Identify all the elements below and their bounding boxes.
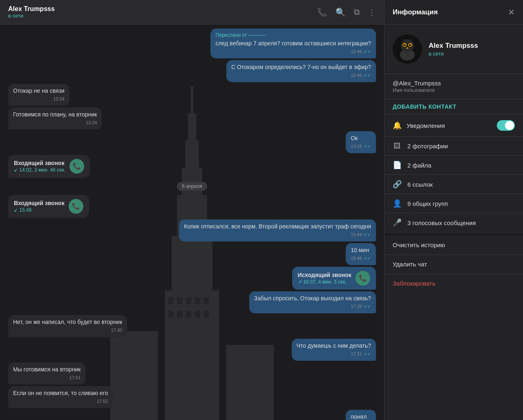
chat-panel: Alex Trumpsss в сети 📞 🔍 ⧉ ⋮ — [0, 0, 384, 420]
chat-header-info: Alex Trumpsss в сети — [8, 5, 55, 19]
close-button[interactable]: ✕ — [508, 7, 515, 17]
section-divider — [384, 232, 523, 236]
search-icon[interactable]: 🔍 — [335, 7, 346, 17]
info-panel-header: Информация ✕ — [384, 0, 523, 25]
delete-chat-row[interactable]: Удалить чат — [384, 255, 523, 274]
tick-icon: ✓✓ — [364, 49, 371, 55]
message-text: Если он не появится, то сливаю его — [13, 389, 108, 398]
chat-name: Alex Trumpsss — [8, 5, 55, 13]
bell-icon: 🔔 — [393, 121, 402, 130]
message-text: понял — [351, 413, 371, 420]
call-bubble: Входящий звонок ↙ 15:46 📞 — [8, 195, 89, 218]
message-meta: 12:46 ✓✓ — [215, 49, 371, 55]
message-text: Что думаешь с ним делать? — [297, 342, 371, 350]
links-row[interactable]: 🔗 6 ссылок — [384, 175, 523, 194]
message-bubble: понял 17:56 ✓✓ — [346, 410, 376, 420]
file-icon: 📄 — [393, 161, 402, 170]
forwarded-label: Переслано от ───── — [215, 32, 371, 39]
username-value: @Alex_Trumpsss — [393, 80, 515, 87]
groups-row[interactable]: 👤 9 общих групп — [384, 194, 523, 213]
tick-icon: ✓✓ — [364, 255, 371, 261]
message-time: 17:51 — [69, 375, 81, 381]
notifications-left: 🔔 Уведомления — [393, 121, 445, 130]
message-meta: 17:51 — [13, 375, 80, 381]
message-time: 13:24 — [86, 120, 97, 126]
table-row: Копик отписался, все норм. Второй реклам… — [8, 219, 376, 241]
table-row: Переслано от ───── след вебинар 7 апреля… — [8, 29, 376, 58]
call-detail: ↗ 16:37, 4 мин. 3 сек. — [298, 279, 351, 285]
table-row: С Отокаром определились? 7-но он выйдет … — [8, 60, 376, 82]
table-row: Если он не появится, то сливаю его 17:52 — [8, 386, 376, 408]
message-bubble: Копик отписался, все норм. Второй реклам… — [179, 219, 376, 241]
date-divider: 6 апреля — [8, 182, 376, 191]
table-row: Исходящий звонок ↗ 16:37, 4 мин. 3 сек. … — [8, 267, 376, 290]
tick-icon: ✓✓ — [364, 72, 371, 78]
message-time: 13:24 — [53, 96, 65, 102]
call-info: Входящий звонок ↙ 14:02, 3 мин. 46 сек. — [14, 160, 65, 173]
message-text: Нет, он же написал, что будет во вторник — [13, 318, 122, 326]
message-meta: 17:20 ✓✓ — [254, 304, 371, 310]
chat-header: Alex Trumpsss в сети 📞 🔍 ⧉ ⋮ — [0, 0, 384, 25]
avatar — [393, 34, 422, 64]
message-meta: 15:44 ✓✓ — [184, 232, 371, 238]
notifications-row: 🔔 Уведомления — [384, 114, 523, 137]
photos-row[interactable]: 🖼 2 фотографии — [384, 137, 523, 156]
photo-icon: 🖼 — [393, 142, 402, 150]
layout-icon[interactable]: ⧉ — [354, 7, 360, 17]
link-icon: 🔗 — [393, 180, 402, 189]
call-detail: ↙ 14:02, 3 мин. 46 сек. — [14, 167, 65, 173]
message-meta: 17:52 — [13, 398, 108, 404]
message-time: 15:46 — [351, 255, 362, 261]
message-bubble: Готовимся по плану, на вторник 13:24 — [8, 107, 102, 130]
message-time: 17:31 — [351, 351, 362, 357]
message-bubble: Что думаешь с ним делать? 17:31 ✓✓ — [292, 339, 376, 361]
table-row: Готовимся по плану, на вторник 13:24 — [8, 107, 376, 130]
profile-section: Alex Trumpsss в сети — [384, 25, 523, 74]
call-bubble: Исходящий звонок ↗ 16:37, 4 мин. 3 сек. … — [292, 267, 376, 290]
more-icon[interactable]: ⋮ — [368, 7, 376, 17]
block-row[interactable]: Заблокировать — [384, 274, 523, 293]
message-text: Мы готовимся на вторник — [13, 366, 80, 374]
profile-info: Alex Trumpsss в сети — [429, 42, 478, 57]
call-info: Входящий звонок ↙ 15:46 — [14, 200, 65, 213]
profile-status: в сети — [429, 51, 478, 57]
message-time: 15:44 — [351, 232, 362, 238]
message-meta: 15:46 ✓✓ — [351, 255, 371, 261]
message-bubble: Переслано от ───── след вебинар 7 апреля… — [210, 29, 376, 58]
message-text: 10 мин — [351, 246, 371, 255]
notifications-toggle[interactable] — [497, 120, 515, 131]
message-text: след вебинар 7 апреля? готовим оставшиес… — [215, 40, 371, 48]
call-title: Входящий звонок — [14, 200, 65, 206]
photos-label: 2 фотографии — [407, 143, 448, 150]
messages-content: Переслано от ───── след вебинар 7 апреля… — [8, 29, 376, 420]
message-bubble: Ок 13:25 ✓✓ — [346, 131, 376, 153]
message-time: 17:30 — [111, 327, 123, 333]
message-time: 12:46 — [351, 49, 362, 55]
tick-icon: ✓✓ — [364, 304, 371, 310]
voice-label: 3 голосовых сообщения — [407, 219, 476, 226]
table-row: Что думаешь с ним делать? 17:31 ✓✓ — [8, 339, 376, 361]
voice-row[interactable]: 🎤 3 голосовых сообщения — [384, 213, 523, 232]
table-row: Нет, он же написал, что будет во вторник… — [8, 315, 376, 337]
svg-point-26 — [403, 44, 406, 46]
links-label: 6 ссылок — [407, 181, 433, 188]
svg-point-28 — [405, 44, 405, 45]
chat-status: в сети — [8, 13, 55, 19]
block-label: Заблокировать — [393, 280, 436, 287]
table-row: 10 мин 15:46 ✓✓ — [8, 243, 376, 265]
header-icons: 📞 🔍 ⧉ ⋮ — [317, 7, 376, 17]
files-row[interactable]: 📄 2 файла — [384, 156, 523, 175]
phone-icon[interactable]: 📞 — [317, 7, 327, 17]
call-title: Исходящий звонок — [298, 272, 351, 278]
message-bubble: Мы готовимся на вторник 17:51 — [8, 362, 85, 384]
call-phone-icon: 📞 — [355, 271, 370, 286]
clear-history-row[interactable]: Очистить историю — [384, 236, 523, 255]
svg-point-27 — [409, 44, 411, 46]
add-contact-button[interactable]: ДОБАВИТЬ КОНТАКТ — [384, 99, 523, 114]
message-time: 12:46 — [351, 72, 362, 78]
notifications-label: Уведомления — [407, 122, 445, 129]
message-bubble: 10 мин 15:46 ✓✓ — [346, 243, 376, 265]
info-panel-title: Информация — [393, 8, 438, 16]
call-info: Исходящий звонок ↗ 16:37, 4 мин. 3 сек. — [298, 272, 351, 285]
message-meta: 13:24 — [13, 120, 97, 126]
